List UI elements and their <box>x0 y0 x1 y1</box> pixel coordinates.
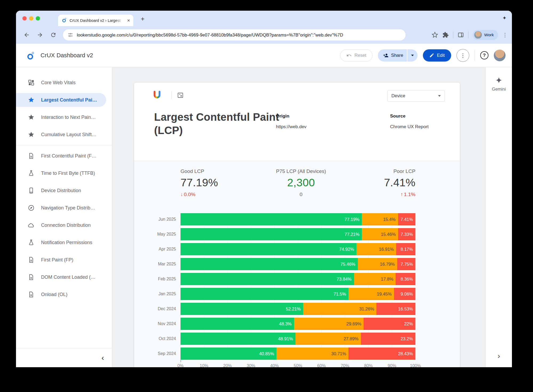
sidebar-item-first-paint-fp[interactable]: First Paint (FP) <box>16 253 112 267</box>
site-settings-icon[interactable] <box>68 32 73 38</box>
bar-segment-good[interactable]: 77.19% <box>181 213 362 225</box>
bar-value-label: 16.53% <box>398 306 415 312</box>
bar-segment-good[interactable]: 74.92% <box>181 243 356 255</box>
bar-segment-good[interactable]: 75.46% <box>181 258 358 270</box>
poor-lcp-scorecard: Poor LCP 7.41% ↑ 1.1% <box>384 168 415 197</box>
stacked-bar[interactable]: 74.92% 16.91% 8.17% <box>181 243 415 255</box>
sidebar-item-connection-distribution[interactable]: Connection Distribution <box>16 218 112 232</box>
sidebar-item-notification-permissions[interactable]: Notification Permissions <box>16 236 112 249</box>
bar-segment-poor[interactable]: 7.41% <box>398 213 415 225</box>
bar-segment-poor[interactable]: 9.06% <box>394 288 415 300</box>
user-avatar[interactable] <box>494 50 506 61</box>
bar-segment-good[interactable]: 48.91% <box>181 333 295 345</box>
bar-segment-needs-improvement[interactable]: 16.91% <box>356 243 396 255</box>
browser-menu-icon[interactable]: ⋮ <box>502 32 508 38</box>
bar-segment-needs-improvement[interactable]: 15.4% <box>362 213 398 225</box>
help-icon[interactable]: ? <box>480 51 488 59</box>
edit-button[interactable]: Edit <box>423 49 451 62</box>
reset-button[interactable]: Reset <box>340 49 372 62</box>
device-filter-dropdown[interactable]: Device <box>387 90 445 102</box>
minimize-window-button[interactable] <box>29 16 33 21</box>
sidebar-item-dom-content-loaded[interactable]: DOM Content Loaded (… <box>16 270 112 284</box>
extensions-icon[interactable] <box>442 32 449 38</box>
sparkle-icon[interactable]: ✦ <box>502 15 507 21</box>
bar-segment-poor[interactable]: 8.17% <box>396 243 415 255</box>
bookmark-star-icon[interactable] <box>432 32 438 38</box>
new-tab-button[interactable]: + <box>138 14 147 23</box>
stacked-bar[interactable]: 71.5% 19.45% 9.06% <box>181 288 415 300</box>
tab-close-icon[interactable]: ✕ <box>127 18 130 23</box>
stacked-bar[interactable]: 48.3% 29.69% 22% <box>181 318 415 330</box>
bar-segment-poor[interactable]: 7.75% <box>397 258 415 270</box>
stacked-bar[interactable]: 77.19% 15.4% 7.41% <box>181 213 415 225</box>
forward-icon[interactable] <box>37 32 43 38</box>
app-header: CrUX Dashboard v2 Reset Share Edit <box>16 44 512 67</box>
reload-icon[interactable] <box>50 32 57 38</box>
bar-value-label: 75.46% <box>340 262 358 267</box>
sidebar-item-first-contentful-paint-f[interactable]: First Contentful Paint (F… <box>16 149 112 163</box>
bar-segment-good[interactable]: 40.85% <box>181 347 276 360</box>
bar-segment-poor[interactable]: 22% <box>364 318 415 330</box>
bar-segment-good[interactable]: 71.5% <box>181 288 348 300</box>
stacked-bar[interactable]: 52.21% 31.26% 16.53% <box>181 303 415 315</box>
bar-segment-needs-improvement[interactable]: 29.69% <box>294 318 364 330</box>
sidebar-item-interaction-to-next-pain[interactable]: Interaction to Next Pain… <box>16 110 112 124</box>
share-button[interactable]: Share <box>378 49 407 62</box>
chart-row: Jun 2025 77.19% 15.4% 7.41% <box>141 213 415 225</box>
zoom-window-button[interactable] <box>36 16 40 21</box>
category-label: Apr 2025 <box>141 247 181 252</box>
toolbar-right-cluster: Work ⋮ <box>432 30 508 40</box>
bar-segment-needs-improvement[interactable]: 15.46% <box>362 228 398 240</box>
star-icon <box>28 131 35 138</box>
stacked-bar[interactable]: 40.85% 30.71% 28.43% <box>181 347 415 360</box>
bar-segment-needs-improvement[interactable]: 19.45% <box>348 288 394 300</box>
stacked-bar[interactable]: 48.91% 27.89% 23.2% <box>181 333 415 345</box>
sidebar-item-largest-contentful-pai[interactable]: Largest Contentful Pai… <box>16 93 106 107</box>
bar-segment-good[interactable]: 77.21% <box>181 228 362 240</box>
bar-value-label: 31.26% <box>359 306 376 312</box>
bar-segment-needs-improvement[interactable]: 17.8% <box>354 273 396 285</box>
sidebar-item-time-to-first-byte-ttfb[interactable]: Time to First Byte (TTFB) <box>16 166 112 180</box>
stacked-bar[interactable]: 75.46% 16.79% 7.75% <box>181 258 415 270</box>
share-dropdown-button[interactable] <box>407 49 418 62</box>
sidebar-item-label: Core Web Vitals <box>41 80 75 86</box>
bar-segment-poor[interactable]: 8.36% <box>396 273 415 285</box>
stacked-bar[interactable]: 73.84% 17.8% 8.36% <box>181 273 415 285</box>
side-panel-icon[interactable] <box>458 32 464 38</box>
sidebar-item-label: First Paint (FP) <box>41 257 73 263</box>
bar-segment-good[interactable]: 52.21% <box>181 303 303 315</box>
back-icon[interactable] <box>23 32 30 38</box>
bar-value-label: 9.06% <box>400 292 415 297</box>
bar-segment-poor[interactable]: 7.33% <box>398 228 415 240</box>
more-options-button[interactable]: ⋮ <box>456 49 469 62</box>
collapse-sidebar-icon[interactable]: ‹ <box>102 354 104 362</box>
sidebar-item-onload-ol[interactable]: Onload (OL) <box>16 288 112 301</box>
bar-segment-needs-improvement[interactable]: 27.89% <box>295 333 361 345</box>
bar-segment-good[interactable]: 73.84% <box>181 273 354 285</box>
sidebar-item-cumulative-layout-shift[interactable]: Cumulative Layout Shift… <box>16 128 112 142</box>
url-bar[interactable]: lookerstudio.google.com/c/u/0/reporting/… <box>63 29 406 41</box>
bar-segment-poor[interactable]: 28.43% <box>348 347 415 360</box>
sidebar-item-device-distribution[interactable]: Device Distribution <box>16 184 112 197</box>
x-axis-label: 80% <box>364 363 373 367</box>
browser-tab[interactable]: CrUX Dashboard v2 › Largest ✕ <box>58 15 133 26</box>
gemini-entry[interactable]: Gemini <box>486 76 512 92</box>
phone-icon <box>28 187 35 194</box>
sidebar-collapse-row: ‹ <box>16 348 112 367</box>
edit-button-label: Edit <box>437 53 445 58</box>
app-body: Core Web Vitals Largest Contentful Pai… … <box>16 67 512 367</box>
bar-segment-good[interactable]: 48.3% <box>181 318 294 330</box>
report-canvas: Device Largest Contentful Paint (LCP) Or… <box>112 67 486 367</box>
close-window-button[interactable] <box>22 16 27 21</box>
bar-segment-poor[interactable]: 16.53% <box>376 303 415 315</box>
bar-segment-needs-improvement[interactable]: 31.26% <box>303 303 376 315</box>
bar-segment-needs-improvement[interactable]: 16.79% <box>358 258 397 270</box>
url-text[interactable]: lookerstudio.google.com/c/u/0/reporting/… <box>77 33 343 38</box>
profile-chip[interactable]: Work <box>473 30 498 40</box>
bar-segment-poor[interactable]: 23.2% <box>361 333 415 345</box>
sidebar-item-navigation-type-distrib[interactable]: Navigation Type Distrib… <box>16 201 112 215</box>
bar-segment-needs-improvement[interactable]: 30.71% <box>276 347 349 360</box>
expand-panel-icon[interactable]: › <box>498 352 500 360</box>
sidebar-item-core-web-vitals[interactable]: Core Web Vitals <box>16 76 112 90</box>
stacked-bar[interactable]: 77.21% 15.46% 7.33% <box>181 228 415 240</box>
